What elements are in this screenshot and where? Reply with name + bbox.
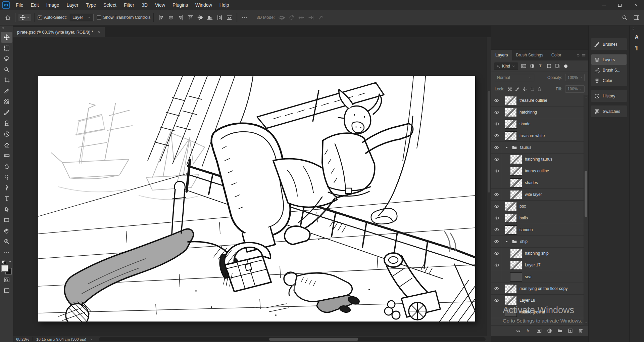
layer-name[interactable]: treasure white	[519, 133, 545, 138]
dock-item-brushes[interactable]: Brushes	[591, 39, 627, 49]
layer-visibility-eye-icon[interactable]	[491, 212, 502, 224]
layer-thumbnail[interactable]	[505, 284, 517, 293]
tool-button[interactable]	[1, 118, 12, 129]
mini-dock-button[interactable]: ¶	[632, 42, 642, 53]
workspace-switcher-icon[interactable]	[632, 13, 641, 22]
layer-row-box[interactable]: box	[491, 201, 584, 212]
align-top-icon[interactable]	[186, 13, 195, 22]
tab-layers[interactable]: Layers	[491, 50, 512, 60]
lock-move-icon[interactable]	[522, 85, 528, 93]
vertical-scrollbar[interactable]	[487, 37, 491, 336]
layer-name[interactable]: middle ground	[519, 310, 545, 314]
group-expand-chevron-icon[interactable]	[505, 240, 509, 244]
fill-field[interactable]: 100%	[565, 85, 585, 93]
layer-thumbnail[interactable]	[510, 167, 522, 176]
layer-thumbnail[interactable]	[510, 178, 522, 187]
tool-button[interactable]	[1, 182, 12, 193]
layer-visibility-eye-icon[interactable]	[491, 201, 502, 212]
type-filter-icon[interactable]: T	[537, 62, 544, 70]
search-icon[interactable]	[620, 13, 629, 22]
tool-button[interactable]	[1, 139, 12, 150]
layer-visibility-toggle-empty[interactable]	[491, 271, 502, 283]
menu-item[interactable]: Window	[192, 0, 216, 10]
tool-button[interactable]	[1, 64, 12, 75]
align-bottom-icon[interactable]	[205, 13, 214, 22]
distribute-h-icon[interactable]	[215, 13, 224, 22]
layer-row-layer-18[interactable]: Layer 18	[491, 295, 584, 306]
tool-button[interactable]	[1, 236, 12, 247]
align-center-h-icon[interactable]	[166, 13, 175, 22]
layer-name[interactable]: man lying on the floor copy	[519, 286, 567, 291]
collapse-dock-icon[interactable]	[630, 27, 635, 30]
screen-mode-button[interactable]	[1, 285, 12, 296]
layer-thumbnail[interactable]	[505, 120, 517, 129]
blend-mode-dropdown[interactable]: Normal	[495, 74, 534, 81]
tool-button[interactable]	[1, 172, 12, 182]
tab-color[interactable]: Color	[547, 50, 565, 60]
home-button[interactable]	[3, 13, 12, 22]
layer-visibility-eye-icon[interactable]	[491, 224, 502, 236]
menu-item[interactable]: Select	[100, 0, 120, 10]
layer-thumbnail[interactable]	[510, 261, 522, 270]
layer-visibility-eye-icon[interactable]	[491, 259, 502, 271]
layer-row-layer-17[interactable]: Layer 17	[491, 259, 584, 271]
foreground-color-swatch[interactable]	[2, 265, 8, 271]
layer-row-balls[interactable]: balls	[491, 212, 584, 224]
layer-row-hatching-ship[interactable]: hatching ship	[491, 248, 584, 259]
dock-item-color[interactable]: Color	[591, 75, 627, 86]
more-align-options-icon[interactable]	[240, 13, 249, 22]
align-center-v-icon[interactable]	[196, 13, 204, 22]
lock-icon[interactable]	[536, 85, 543, 93]
layer-thumbnail[interactable]	[505, 108, 517, 117]
layer-name[interactable]: hatchinng	[519, 110, 537, 115]
layer-visibility-eye-icon[interactable]	[491, 236, 502, 247]
menu-item[interactable]: Edit	[27, 0, 43, 10]
lock-brush-icon[interactable]	[514, 85, 521, 93]
scrollbar-thumb[interactable]	[488, 91, 490, 193]
layer-name[interactable]: taurus	[520, 145, 531, 150]
layer-visibility-eye-icon[interactable]	[491, 283, 502, 294]
canvas-pasteboard[interactable]: خمسات	[13, 37, 491, 336]
layer-row-middle-ground[interactable]: middle ground	[491, 306, 584, 318]
auto-select-target-dropdown[interactable]: Layer	[70, 14, 94, 21]
tool-button[interactable]	[1, 86, 12, 96]
tool-button[interactable]	[1, 150, 12, 161]
tool-button[interactable]	[1, 193, 12, 204]
panel-menu-icon[interactable]	[582, 53, 586, 57]
layer-row-shades[interactable]: shades	[491, 177, 584, 189]
tool-button[interactable]	[1, 161, 12, 172]
scroll-up-icon[interactable]	[585, 95, 588, 98]
layer-name[interactable]: Layer 17	[525, 263, 541, 267]
shape-filter-icon[interactable]	[545, 62, 553, 70]
layer-row-taurus-outline[interactable]: taurus outline	[491, 165, 584, 177]
new-layer-icon[interactable]	[567, 327, 574, 335]
layer-name[interactable]: balls	[519, 216, 528, 220]
layer-visibility-eye-icon[interactable]	[491, 154, 502, 165]
adjustment-filter-icon[interactable]	[528, 62, 536, 70]
layer-visibility-eye-icon[interactable]	[491, 165, 502, 177]
layer-row-taurus[interactable]: taurus	[491, 142, 584, 154]
scrollbar-thumb[interactable]	[585, 171, 587, 217]
lock-transparent-icon[interactable]	[507, 85, 513, 93]
scroll-down-icon[interactable]	[585, 322, 588, 325]
maximize-button[interactable]	[612, 0, 628, 10]
tool-button[interactable]	[1, 107, 12, 118]
layer-visibility-eye-icon[interactable]	[491, 95, 502, 106]
layer-visibility-eye-icon[interactable]	[491, 118, 502, 130]
filter-toggle-button[interactable]	[564, 65, 567, 68]
layer-thumbnail[interactable]	[505, 202, 517, 211]
tool-button[interactable]	[1, 53, 12, 64]
tab-brush-settings[interactable]: Brush Settings	[512, 50, 547, 60]
layer-name[interactable]: wite layer	[525, 192, 542, 197]
layer-row-shade[interactable]: shade	[491, 118, 584, 130]
tool-button[interactable]	[1, 129, 12, 139]
collapse-panel-icon[interactable]	[576, 53, 580, 57]
layer-row-sea[interactable]: sea	[491, 271, 584, 283]
layer-visibility-eye-icon[interactable]	[491, 142, 502, 153]
layer-name[interactable]: hatching ship	[525, 251, 549, 256]
layer-name[interactable]: ship	[520, 239, 528, 244]
layer-name[interactable]: Layer 18	[519, 298, 535, 303]
tool-button[interactable]	[1, 75, 12, 86]
group-expand-chevron-icon[interactable]	[505, 145, 509, 149]
layer-name[interactable]: sea	[525, 274, 531, 279]
